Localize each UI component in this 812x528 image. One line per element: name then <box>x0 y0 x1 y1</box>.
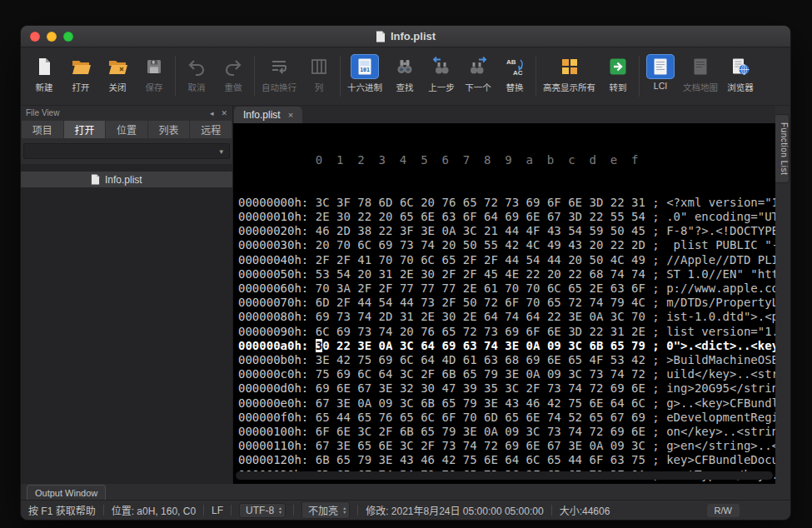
toolbar-button-document-map[interactable]: 文档地图 <box>679 52 722 95</box>
hex-ascii[interactable]: g>en</string>..< <box>666 439 775 452</box>
minimize-window-button[interactable] <box>47 32 57 42</box>
hex-bytes[interactable]: 53 54 20 31 2E 30 2F 2F 45 4E 22 20 22 6… <box>316 267 645 281</box>
toolbar-button-replace[interactable]: ABAC替换 <box>496 52 533 95</box>
file-list-item[interactable]: Info.plist <box>21 172 232 187</box>
hex-bytes[interactable]: 69 6E 67 3E 32 30 47 39 35 3C 2F 73 74 7… <box>316 381 645 395</box>
hex-row[interactable]: 000000a0h: 30 22 3E 0A 3C 64 69 63 74 3E… <box>238 339 775 353</box>
hex-bytes[interactable]: 3C 3F 78 6D 6C 20 76 65 72 73 69 6F 6E 3… <box>316 196 645 209</box>
toolbar-button-label: 十六进制 <box>347 81 382 93</box>
hex-ascii[interactable]: on</key>..<strin <box>666 425 775 438</box>
toolbar-button-redo[interactable]: 重做 <box>215 52 252 95</box>
hex-bytes[interactable]: 69 73 74 2D 31 2E 30 2E 64 74 64 22 3E 0… <box>316 310 645 323</box>
collapse-panel-icon[interactable]: ◂ <box>210 109 214 117</box>
hex-bytes[interactable]: 6D 2F 44 54 44 73 2F 50 72 6F 70 65 72 7… <box>316 296 645 309</box>
hex-bytes[interactable]: 6F 6E 3C 2F 6B 65 79 3E 0A 09 3C 73 74 7… <box>316 425 645 438</box>
toolbar-button-goto[interactable]: 转到 <box>600 52 636 95</box>
statusbar-select-highlight-mode[interactable]: 不加亮▴▾ <box>301 501 350 519</box>
hex-bytes[interactable]: 2F 2F 41 70 70 6C 65 2F 2F 44 54 44 20 5… <box>316 253 645 266</box>
tab-info-plist[interactable]: Info.plist × <box>234 107 302 123</box>
hex-row[interactable]: 00000120h: 6B 65 79 3E 43 46 42 75 6E 64… <box>238 453 775 467</box>
hex-row[interactable]: 00000050h: 53 54 20 31 2E 30 2F 2F 45 4E… <box>238 267 775 281</box>
titlebar[interactable]: Info.plist <box>21 26 790 47</box>
toolbar-button-find-next[interactable]: 下一个 <box>460 52 496 95</box>
toolbar-button-new-document[interactable]: 新建 <box>26 52 62 95</box>
hex-row[interactable]: 000000c0h: 75 69 6C 64 3C 2F 6B 65 79 3E… <box>238 367 775 381</box>
hex-ascii[interactable]: 0">.<dict>..<key <box>666 339 775 352</box>
hex-bytes[interactable]: 20 70 6C 69 73 74 20 50 55 42 4C 49 43 2… <box>316 238 645 252</box>
hex-bytes[interactable]: 70 3A 2F 2F 77 77 77 2E 61 70 70 6C 65 2… <box>316 281 645 295</box>
toolbar-separator <box>254 56 255 97</box>
sidebar-tab-位置[interactable]: 位置 <box>106 121 147 138</box>
zoom-window-button[interactable] <box>63 32 73 42</box>
hex-editor[interactable]: 0 1 2 3 4 5 6 7 8 9 a b c d e f 00000000… <box>233 123 775 484</box>
tab-output-window[interactable]: Output Window <box>27 485 106 500</box>
toolbar-button-hex-view[interactable]: 101十六进制 <box>343 52 386 95</box>
hex-ascii[interactable]: uild</key>..<str <box>666 367 775 381</box>
close-panel-icon[interactable]: ✕ <box>221 109 227 117</box>
hex-ascii[interactable]: key>CFBundleDocu <box>666 453 775 466</box>
hex-bytes[interactable]: 6B 65 79 3E 43 46 42 75 6E 64 6C 65 44 6… <box>316 453 645 466</box>
toolbar-button-browser[interactable]: 浏览器 <box>722 52 759 95</box>
hex-bytes[interactable]: 67 3E 65 6E 3C 2F 73 74 72 69 6E 67 3E 0… <box>316 439 645 452</box>
hex-ascii[interactable]: ing>20G95</strin <box>666 381 775 395</box>
hex-row[interactable]: 00000030h: 20 70 6C 69 73 74 20 50 55 42… <box>238 238 775 252</box>
tab-function-list[interactable]: Function List <box>775 114 790 183</box>
hex-bytes[interactable]: 65 44 65 76 65 6C 6F 70 6D 65 6E 74 52 6… <box>316 411 645 424</box>
hex-ascii[interactable]: g>..<key>CFBundl <box>666 396 775 410</box>
hex-bytes[interactable]: 3E 42 75 69 6C 64 4D 61 63 68 69 6E 65 4… <box>316 353 645 366</box>
hex-ascii[interactable]: p://www.apple.co <box>666 281 775 295</box>
hex-row[interactable]: 000000f0h: 65 44 65 76 65 6C 6F 70 6D 65… <box>238 411 775 425</box>
hex-bytes[interactable]: 67 3E 0A 09 3C 6B 65 79 3E 43 46 42 75 6… <box>316 396 645 410</box>
hex-ascii[interactable]: list version="1. <box>666 325 775 338</box>
toolbar-button-close-folder[interactable]: 关闭 <box>99 52 136 95</box>
hex-row[interactable]: 00000060h: 70 3A 2F 2F 77 77 77 2E 61 70… <box>238 281 775 296</box>
hex-row[interactable]: 000000b0h: 3E 42 75 69 6C 64 4D 61 63 68… <box>238 353 775 367</box>
hex-ascii[interactable]: F-8"?>.<!DOCTYPE <box>666 224 775 237</box>
hex-row[interactable]: 00000090h: 6C 69 73 74 20 76 65 72 73 69… <box>238 325 775 339</box>
hex-ascii[interactable]: plist PUBLIC "- <box>666 238 775 252</box>
file-filter-dropdown[interactable]: ▾ <box>23 143 230 159</box>
toolbar-button-find[interactable]: 查找 <box>386 52 423 95</box>
sidebar-tab-项目[interactable]: 项目 <box>22 121 63 138</box>
sidebar-tab-远程[interactable]: 远程 <box>190 121 232 138</box>
hex-ascii[interactable]: ST 1.0//EN" "htt <box>666 267 775 281</box>
hex-ascii[interactable]: .0" encoding="UT <box>666 210 775 223</box>
hex-row[interactable]: 00000080h: 69 73 74 2D 31 2E 30 2E 64 74… <box>238 310 775 324</box>
hex-bytes[interactable]: 30 22 3E 0A 3C 64 69 63 74 3E 0A 09 3C 6… <box>316 339 645 352</box>
hex-row[interactable]: 00000070h: 6D 2F 44 54 44 73 2F 50 72 6F… <box>238 296 775 310</box>
toolbar-button-find-previous[interactable]: 上一步 <box>423 52 460 95</box>
horizontal-scrollbar[interactable] <box>236 471 773 480</box>
hex-row[interactable]: 00000000h: 3C 3F 78 6D 6C 20 76 65 72 73… <box>238 196 775 210</box>
sidebar-tab-列表[interactable]: 列表 <box>148 121 190 138</box>
hex-ascii[interactable]: >BuildMachineOSB <box>666 353 775 366</box>
toolbar-button-undo[interactable]: 取消 <box>178 52 215 95</box>
toolbar-button-save[interactable]: 保存 <box>136 52 172 95</box>
toolbar-button-lci[interactable]: LCI <box>642 52 679 92</box>
hex-row[interactable]: 00000110h: 67 3E 65 6E 3C 2F 73 74 72 69… <box>238 439 775 453</box>
hex-row[interactable]: 00000040h: 2F 2F 41 70 70 6C 65 2F 2F 44… <box>238 253 775 267</box>
close-window-button[interactable] <box>30 32 40 42</box>
toolbar-button-column-mode[interactable]: 列 <box>301 52 337 95</box>
toolbar-button-highlight-all[interactable]: 高亮显示所有 <box>539 52 600 95</box>
hex-cursor: 3 <box>316 339 322 352</box>
hex-ascii[interactable]: <?xml version="1 <box>666 196 775 209</box>
read-write-toggle[interactable]: R/W <box>707 504 740 517</box>
statusbar-select-encoding[interactable]: UTF-8▴▾ <box>239 503 286 518</box>
hex-ascii[interactable]: //Apple//DTD PLI <box>666 253 775 266</box>
hex-row[interactable]: 000000e0h: 67 3E 0A 09 3C 6B 65 79 3E 43… <box>238 396 775 411</box>
hex-bytes[interactable]: 75 69 6C 64 3C 2F 6B 65 79 3E 0A 09 3C 7… <box>316 367 645 381</box>
toolbar-button-open-folder[interactable]: 打开 <box>62 52 99 95</box>
hex-row[interactable]: 000000d0h: 69 6E 67 3E 32 30 47 39 35 3C… <box>238 381 775 396</box>
hex-row[interactable]: 00000020h: 46 2D 38 22 3F 3E 0A 3C 21 44… <box>238 224 775 238</box>
hex-row[interactable]: 00000100h: 6F 6E 3C 2F 6B 65 79 3E 0A 09… <box>238 425 775 439</box>
hex-ascii[interactable]: m/DTDs/PropertyL <box>666 296 775 309</box>
hex-row[interactable]: 00000010h: 2E 30 22 20 65 6E 63 6F 64 69… <box>238 210 775 224</box>
hex-bytes[interactable]: 46 2D 38 22 3F 3E 0A 3C 21 44 4F 43 54 5… <box>316 224 645 237</box>
hex-ascii[interactable]: eDevelopmentRegi <box>666 411 775 424</box>
hex-bytes[interactable]: 2E 30 22 20 65 6E 63 6F 64 69 6E 67 3D 2… <box>316 210 645 223</box>
sidebar-tab-打开[interactable]: 打开 <box>64 121 106 138</box>
hex-bytes[interactable]: 6C 69 73 74 20 76 65 72 73 69 6F 6E 3D 2… <box>316 325 645 338</box>
tab-close-icon[interactable]: × <box>288 110 293 120</box>
toolbar-button-word-wrap[interactable]: 自动换行 <box>257 52 301 95</box>
hex-ascii[interactable]: ist-1.0.dtd">.<p <box>666 310 775 323</box>
